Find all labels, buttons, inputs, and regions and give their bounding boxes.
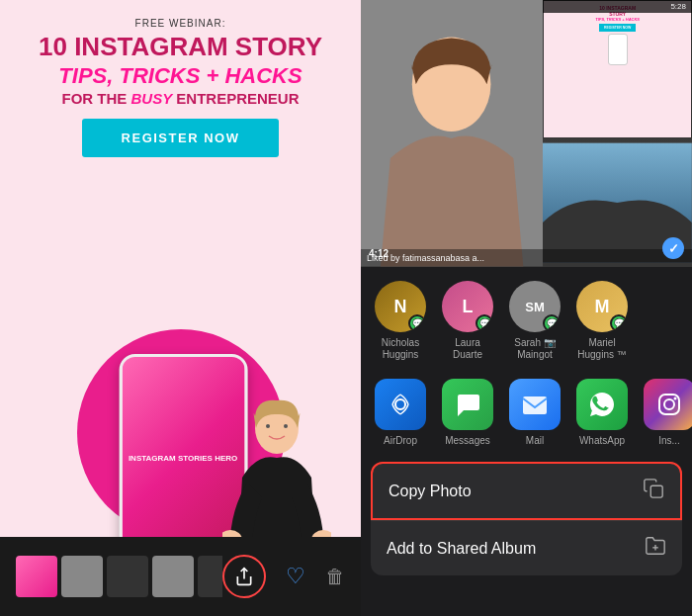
share-button[interactable] (222, 555, 266, 598)
thumbnail-5[interactable] (198, 556, 222, 597)
insta-card-subtitle: TIPS, TRICKS + HACKS (595, 17, 640, 22)
for-the-line: FOR THE busy ENTREPRENEUR (20, 90, 341, 107)
contact-avatar-laura: L 💬 (442, 281, 493, 332)
bottom-icons: ♡ 🗑 (222, 555, 345, 598)
webinar-content: FREE WEBINAR: 10 INSTAGRAM STORY TIPS, T… (0, 0, 361, 157)
main-title: 10 INSTAGRAM STORY (20, 33, 341, 61)
instagram-right-column: 10 INSTAGRAM STORY TIPS, TRICKS + HACKS … (543, 0, 692, 267)
app-messages[interactable]: Messages (438, 379, 497, 446)
message-badge: 💬 (408, 314, 426, 332)
whatsapp-label: WhatsApp (579, 435, 625, 446)
mail-icon (509, 379, 561, 430)
status-time: 5:28 (670, 2, 686, 11)
app-mail[interactable]: Mail (505, 379, 564, 446)
heart-icon[interactable]: ♡ (286, 564, 305, 589)
thumbnail-1[interactable] (16, 556, 57, 597)
contact-avatar-mariel: M 💬 (576, 281, 628, 332)
share-sheet: N 💬 NicholasHuggins L 💬 LauraDuarte SM 💬… (361, 267, 692, 616)
main-preview-image (361, 0, 543, 267)
checkmark-bubble: ✓ (662, 237, 684, 259)
svg-point-14 (674, 397, 677, 400)
contact-sarah[interactable]: SM 💬 Sarah 📷Maingot (505, 281, 564, 361)
contact-name-nicholas: NicholasHuggins (382, 337, 419, 361)
instagram-icon (644, 379, 692, 430)
instagram-preview: 10 INSTAGRAM STORY TIPS, TRICKS + HACKS … (361, 0, 692, 267)
time-indicator: 4:12 (369, 248, 389, 259)
svg-point-3 (266, 424, 270, 428)
trash-icon[interactable]: 🗑 (325, 566, 345, 588)
instagram-preview-area: 10 INSTAGRAM STORY TIPS, TRICKS + HACKS … (361, 0, 692, 267)
insta-card-phone (608, 34, 628, 65)
insta-register-btn: REGISTER NOW (599, 24, 636, 32)
svg-point-13 (664, 399, 674, 409)
copy-photo-icon (643, 478, 664, 504)
messages-icon (442, 379, 493, 430)
contacts-row: N 💬 NicholasHuggins L 💬 LauraDuarte SM 💬… (361, 267, 692, 371)
airdrop-icon (375, 379, 426, 430)
svg-rect-15 (650, 485, 662, 497)
svg-rect-11 (523, 396, 547, 414)
message-badge-sarah: 💬 (543, 314, 561, 332)
message-badge-mariel: 💬 (610, 314, 628, 332)
mail-label: Mail (526, 435, 544, 446)
thumbnail-3[interactable] (107, 556, 148, 597)
add-shared-album-row[interactable]: Add to Shared Album (371, 520, 682, 575)
svg-point-4 (284, 424, 288, 428)
right-panel: 10 INSTAGRAM STORY TIPS, TRICKS + HACKS … (361, 0, 692, 616)
whatsapp-icon (576, 379, 628, 430)
copy-photo-row[interactable]: Copy Photo (371, 462, 682, 520)
contact-avatar-sarah: SM 💬 (509, 281, 561, 332)
contact-mariel[interactable]: M 💬 MarielHuggins ™ (572, 281, 632, 361)
apps-row: AirDrop Messages Mail (361, 371, 692, 454)
thumbnail-2[interactable] (61, 556, 103, 597)
subtitle-italic: TIPS, TRICKS + HACKS (20, 63, 341, 88)
message-badge-laura: 💬 (476, 314, 493, 332)
thumbnail-4[interactable] (152, 556, 194, 597)
free-webinar-label: FREE WEBINAR: (20, 18, 341, 29)
airdrop-label: AirDrop (384, 435, 417, 446)
contact-name-laura: LauraDuarte (453, 337, 482, 361)
contact-laura[interactable]: L 💬 LauraDuarte (438, 281, 497, 361)
status-bar: 5:28 (543, 0, 692, 13)
svg-point-10 (395, 399, 405, 409)
register-now-button[interactable]: REGISTER NOW (82, 119, 280, 157)
add-shared-album-label: Add to Shared Album (387, 540, 536, 558)
contact-avatar-nicholas: N 💬 (375, 281, 426, 332)
app-airdrop[interactable]: AirDrop (371, 379, 430, 446)
thumbnail-strip (16, 556, 222, 597)
add-shared-album-icon (645, 535, 666, 562)
left-panel: FREE WEBINAR: 10 INSTAGRAM STORY TIPS, T… (0, 0, 361, 616)
contact-name-sarah: Sarah 📷Maingot (514, 337, 555, 361)
instagram-label: Ins... (658, 435, 680, 446)
contact-name-mariel: MarielHuggins ™ (577, 337, 626, 361)
app-instagram[interactable]: Ins... (640, 379, 692, 446)
copy-photo-label: Copy Photo (389, 483, 472, 500)
app-whatsapp[interactable]: WhatsApp (572, 379, 632, 446)
bottom-bar: ♡ 🗑 (0, 537, 361, 616)
insta-card-preview: 10 INSTAGRAM STORY TIPS, TRICKS + HACKS … (543, 0, 692, 138)
insta-overlay: Liked by fatimassanabasa a... (361, 249, 692, 267)
contact-nicholas[interactable]: N 💬 NicholasHuggins (371, 281, 430, 361)
messages-label: Messages (445, 435, 490, 446)
